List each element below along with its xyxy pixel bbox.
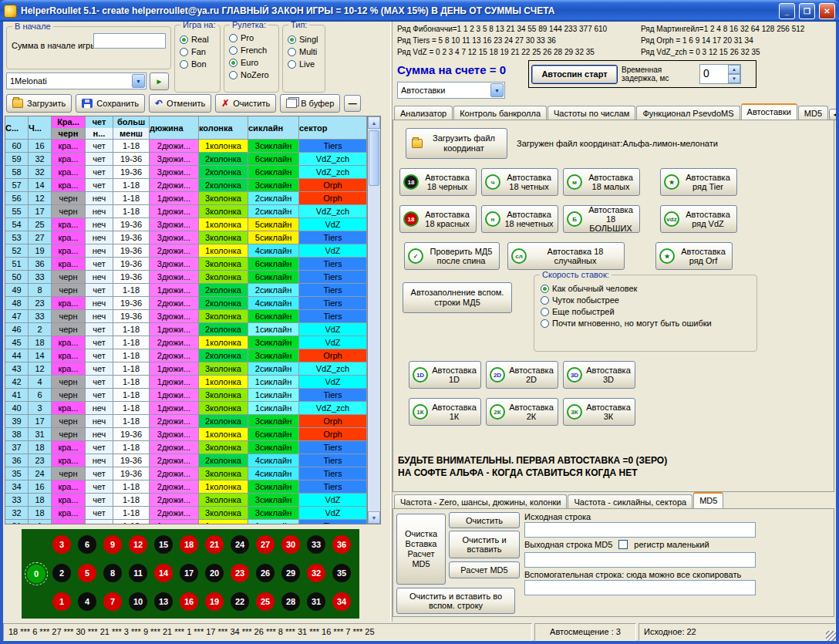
spin-up-icon[interactable]: ▲: [728, 65, 740, 74]
play-button[interactable]: ►: [150, 72, 169, 90]
board-number-30[interactable]: 30: [281, 535, 300, 554]
board-number-24[interactable]: 24: [231, 535, 249, 554]
autobet-combobox[interactable]: Автоставки ▼: [397, 82, 505, 99]
table-row[interactable]: 5136кра...чет19-363дюжи...3колонка6сикла…: [5, 258, 367, 271]
profile-combobox[interactable]: 1Melonati ▼: [6, 72, 147, 89]
scrollbar-track[interactable]: [368, 129, 380, 511]
autobet-button[interactable]: ★Автоставка ряд Tier: [660, 168, 737, 196]
main-tab[interactable]: Частоты по числам: [548, 106, 635, 120]
board-number-36[interactable]: 36: [332, 535, 351, 554]
table-row[interactable]: 4518кра...чет1-182дюжи...1колонка3сиклай…: [5, 336, 367, 349]
game-option-Bon[interactable]: Bon: [180, 59, 209, 69]
board-number-26[interactable]: 26: [256, 564, 275, 582]
toolbar-button-2[interactable]: Сохранить: [76, 94, 145, 113]
table-row[interactable]: 4823кра...неч19-362дюжи...2колонка4сикла…: [5, 297, 367, 310]
board-number-6[interactable]: 6: [78, 535, 96, 554]
bottom-tab[interactable]: Частота - Zero, шансы, дюжины, колонки: [394, 494, 567, 509]
board-number-3[interactable]: 3: [52, 535, 71, 554]
autobet-button[interactable]: ✓Проверить МД5 после спина: [404, 242, 500, 270]
board-number-23[interactable]: 23: [231, 564, 249, 582]
spin-down-icon[interactable]: ▼: [728, 74, 740, 83]
table-row[interactable]: 5517черннеч1-181дюжи...3колонка2сиклайнV…: [5, 205, 367, 218]
output-string-input[interactable]: [524, 552, 756, 568]
table-row[interactable]: 3416кра...чет1-182дюжи...1колонка3сиклай…: [5, 480, 367, 494]
board-number-11[interactable]: 11: [129, 564, 147, 582]
game-option-Fan[interactable]: Fan: [180, 47, 209, 56]
md5-clear-and-paste-button[interactable]: Очистить и вставить: [449, 531, 520, 558]
source-string-input[interactable]: [524, 522, 756, 538]
table-row[interactable]: 6016кра...чет1-182дюжи...1колонка3сиклай…: [5, 140, 367, 153]
table-row[interactable]: 424чернчет1-181дюжи...1колонка1сиклайнVd…: [5, 376, 367, 389]
chevron-down-icon[interactable]: ▼: [132, 74, 145, 88]
autobet-button[interactable]: слАвтоставка 18 случайных: [507, 242, 625, 270]
speed-option-Чуток побыстрее[interactable]: Чуток побыстрее: [541, 295, 712, 305]
autospin-start-button[interactable]: Автоспин старт: [531, 65, 618, 84]
board-number-33[interactable]: 33: [307, 535, 325, 554]
maximize-button[interactable]: ❐: [799, 3, 815, 19]
table-row[interactable]: 498чернчет1-181дюжи...2колонка2сиклайнTi…: [5, 284, 367, 297]
md5-clear-paste-calc-button[interactable]: Очистка Вставка Расчет MD5: [396, 514, 446, 585]
board-number-10[interactable]: 10: [129, 592, 147, 611]
roulette-option-French[interactable]: French: [229, 46, 269, 55]
resize-grip[interactable]: [826, 631, 836, 641]
table-row[interactable]: 311кра...неч1-181дюжи...1колонка1сиклайн…: [5, 520, 367, 524]
type-option-Live[interactable]: Live: [288, 59, 318, 69]
bottom-tab[interactable]: MD5: [693, 492, 723, 509]
table-row[interactable]: 3718кра...чет1-182дюжи...3колонка3сиклай…: [5, 441, 367, 454]
speed-option-Как обычный человек[interactable]: Как обычный человек: [541, 284, 712, 293]
board-number-18[interactable]: 18: [180, 535, 198, 554]
speed-option-Почти мгновенно, но могут быть ошибки[interactable]: Почти мгновенно, но могут быть ошибки: [541, 319, 712, 328]
autobet-button[interactable]: чАвтоставка 18 четных: [481, 168, 558, 196]
board-number-15[interactable]: 15: [154, 535, 173, 554]
roulette-option-Pro[interactable]: Pro: [229, 33, 269, 42]
board-number-8[interactable]: 8: [103, 564, 122, 582]
md5-clear-button[interactable]: Очистить: [449, 512, 520, 528]
toolbar-button-1[interactable]: Загрузить: [6, 94, 72, 113]
board-number-17[interactable]: 17: [180, 564, 198, 582]
table-row[interactable]: 462чернчет1-181дюжи...2колонка1сиклайнVd…: [5, 323, 367, 336]
table-row[interactable]: 3524чернчет19-362дюжи...3колонка4сиклайн…: [5, 467, 367, 480]
toolbar-button-4[interactable]: ✗Очистить: [215, 94, 276, 113]
table-row[interactable]: 5327кра...неч19-363дюжи...3колонка5сикла…: [5, 231, 367, 244]
board-number-16[interactable]: 16: [180, 592, 198, 611]
table-row[interactable]: 5832кра...чет19-363дюжи...2колонка6сикла…: [5, 166, 367, 179]
table-row[interactable]: 403кра...неч1-181дюжи...3колонка1сиклайн…: [5, 402, 367, 415]
helper-string-input[interactable]: [524, 580, 756, 595]
type-option-Singl[interactable]: Singl: [288, 35, 318, 44]
table-row[interactable]: 5932кра...чет19-363дюжи...2колонка6сикла…: [5, 153, 367, 166]
toolbar-button-3[interactable]: ↶Отменить: [149, 94, 211, 113]
table-row[interactable]: 3917черннеч1-182дюжи...2колонка3сиклайнO…: [5, 415, 367, 428]
register-checkbox[interactable]: [618, 540, 628, 549]
board-number-7[interactable]: 7: [103, 592, 122, 611]
board-number-29[interactable]: 29: [281, 564, 300, 582]
board-number-20[interactable]: 20: [205, 564, 224, 582]
table-row[interactable]: 4312кра...чет1-181дюжи...3колонка2сиклай…: [5, 362, 367, 376]
md5-clear-paste-helper-button[interactable]: Очистить и вставить во вспом. строку: [396, 588, 515, 614]
table-row[interactable]: 5033черннеч19-363дюжи...3колонка6сиклайн…: [5, 271, 367, 284]
board-number-9[interactable]: 9: [103, 535, 122, 554]
roulette-option-NoZero[interactable]: NoZero: [229, 70, 269, 79]
autofill-md5-button[interactable]: Автозаполнение вспом. строки МД5: [403, 282, 512, 313]
board-number-22[interactable]: 22: [231, 592, 249, 611]
autobet-button[interactable]: мАвтоставка 18 малых: [563, 168, 640, 196]
md5-calc-button[interactable]: Расчет MD5: [449, 561, 520, 578]
board-number-5[interactable]: 5: [78, 564, 96, 582]
autobet-button[interactable]: vdzАвтоставка ряд VdZ: [660, 205, 737, 233]
table-row[interactable]: 4414кра...чет1-182дюжи...2колонка3сиклай…: [5, 349, 367, 362]
minimize-button[interactable]: _: [779, 3, 795, 19]
board-number-4[interactable]: 4: [78, 592, 96, 611]
board-number-21[interactable]: 21: [205, 535, 224, 554]
autobet-button[interactable]: 1КАвтоставка 1К: [409, 398, 481, 426]
game-option-Real[interactable]: Real: [180, 35, 209, 44]
scroll-up-icon[interactable]: ▲: [368, 116, 380, 129]
table-row[interactable]: 5612черннеч1-181дюжи...3колонка2сиклайнO…: [5, 192, 367, 205]
board-number-28[interactable]: 28: [281, 592, 300, 611]
speed-option-Еще побыстрей[interactable]: Еще побыстрей: [541, 307, 712, 316]
start-sum-input[interactable]: [93, 33, 166, 49]
main-tab[interactable]: Автоставки: [741, 103, 797, 120]
table-row[interactable]: 3318кра...чет1-182дюжи...3колонка3сиклай…: [5, 494, 367, 507]
autobet-button[interactable]: 18Автоставка 18 черных: [399, 168, 477, 196]
autobet-button[interactable]: 2КАвтоставка 2К: [486, 398, 558, 426]
scroll-down-icon[interactable]: ▼: [368, 511, 380, 524]
tab-scroll-left-icon[interactable]: ◄: [829, 109, 836, 120]
